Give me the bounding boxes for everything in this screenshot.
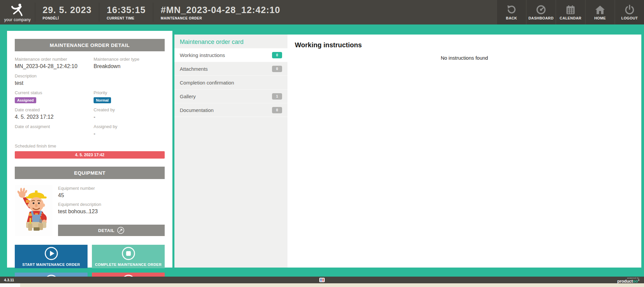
bottom-strip — [0, 283, 644, 287]
current-date: 29. 5. 2023 — [43, 5, 92, 15]
scheduled-finish-label: Scheduled finish time — [15, 144, 165, 149]
logout-icon — [625, 5, 635, 15]
maintenance-order-card: Maintenance order card Working instructi… — [174, 35, 641, 268]
main-content: MAINTENANCE ORDER DETAIL Maintenance ord… — [0, 24, 644, 277]
equipment-info: Equipment number 45 Equipment descriptio… — [58, 185, 165, 236]
maintenance-order-detail-panel: MAINTENANCE ORDER DETAIL Maintenance ord… — [7, 31, 172, 268]
logout-label: LOGOUT — [621, 16, 638, 20]
field-label: Maintenance order number — [15, 57, 87, 62]
field-value: Breakdown — [94, 63, 165, 69]
content-title: Working instructions — [295, 41, 634, 49]
current-time: 16:35:15 — [107, 5, 146, 15]
back-label: BACK — [506, 16, 517, 20]
tab-label: Completion confirmation — [180, 80, 234, 85]
tab-label: Gallery — [180, 94, 196, 99]
tab-label: Working instructions — [180, 52, 225, 58]
field-label: Priority — [94, 90, 165, 95]
tab-attachments[interactable]: Attachments 0 — [174, 62, 287, 76]
scheduled-finish-bar: 4. 5. 2023 17:42 — [15, 151, 165, 159]
field-value: - — [94, 114, 165, 120]
tab-count-badge: 0 — [272, 66, 282, 72]
detail-section-header: MAINTENANCE ORDER DETAIL — [15, 39, 165, 51]
order-number-label: MAINTENANCE ORDER — [161, 16, 490, 20]
tab-count-badge: 0 — [272, 107, 282, 113]
field-value: 4. 5. 2023 17:12 — [15, 114, 87, 120]
field-label: Assigned by — [94, 124, 165, 129]
company-logo-label: your company — [4, 17, 31, 22]
logout-button[interactable]: LOGOUT — [615, 0, 644, 24]
field-description: Description test — [15, 73, 165, 86]
tab-count-badge: 0 — [272, 52, 282, 58]
field-value: - — [94, 131, 165, 137]
field-priority: Priority Normal — [94, 90, 165, 103]
tab-gallery[interactable]: Gallery 1 — [174, 90, 287, 103]
priority-badge: Normal — [94, 97, 111, 103]
back-button[interactable]: BACK — [497, 0, 526, 24]
tab-working-instructions[interactable]: Working instructions 0 — [174, 48, 287, 62]
time-block: 16:35:15 CURRENT TIME — [99, 0, 153, 24]
field-label: Created by — [94, 107, 165, 112]
tab-label: Attachments — [180, 66, 208, 72]
field-order-number: Maintenance order number MN_2023-04-28_1… — [15, 57, 87, 69]
field-current-status: Current status Assigned — [15, 90, 87, 103]
field-created-by: Created by - — [94, 107, 165, 120]
tab-completion-confirmation[interactable]: Completion confirmation — [174, 76, 287, 90]
equipment-block: Equipment number 45 Equipment descriptio… — [15, 185, 165, 236]
action-label: COMPLETE MAINTENANCE ORDER — [95, 263, 162, 267]
order-card-tabs: Maintenance order card Working instructi… — [174, 35, 287, 268]
equipment-number-label: Equipment number — [58, 186, 165, 191]
field-label: Current status — [15, 90, 87, 95]
field-date-created: Date created 4. 5. 2023 17:12 — [15, 107, 87, 120]
grid-toggle-icon[interactable] — [319, 278, 325, 282]
field-assigned-by: Assigned by - — [94, 124, 165, 137]
company-logo[interactable]: your company — [0, 0, 35, 24]
detail-fields: Maintenance order number MN_2023-04-28_1… — [15, 51, 165, 142]
dashboard-button[interactable]: DASHBOARD — [527, 0, 555, 24]
play-icon — [44, 246, 58, 261]
calendar-icon — [566, 5, 576, 15]
field-date-of-assignment: Date of assigment — [15, 124, 87, 137]
order-number: #MN_2023-04-28_12:42:10 — [161, 5, 490, 15]
home-label: HOME — [594, 16, 606, 20]
equipment-section-header: EQUIPMENT — [15, 167, 165, 179]
company-logo-icon — [10, 3, 25, 17]
app-version: 4.3.11 — [4, 278, 14, 282]
field-label: Description — [15, 73, 165, 78]
field-value: MN_2023-04-28_12:42:10 — [15, 63, 87, 69]
calendar-label: CALENDAR — [560, 16, 582, 20]
empty-state-message: No instructions found — [295, 55, 634, 61]
productoo-logo: powered by productoo® — [617, 277, 639, 283]
home-button[interactable]: HOME — [586, 0, 614, 24]
field-order-type: Maintenance order type Breakdown — [94, 57, 165, 69]
bottom-strip-left — [0, 283, 20, 287]
dashboard-icon — [536, 5, 546, 15]
current-day: PONDĚLÍ — [43, 16, 92, 20]
order-block: #MN_2023-04-28_12:42:10 MAINTENANCE ORDE… — [153, 0, 497, 24]
field-label: Maintenance order type — [94, 57, 165, 62]
stop-icon — [121, 246, 136, 261]
top-bar: your company 29. 5. 2023 PONDĚLÍ 16:35:1… — [0, 0, 644, 24]
field-value: test — [15, 80, 165, 86]
dashboard-label: DASHBOARD — [528, 16, 553, 20]
start-maintenance-order-button[interactable]: START MAINTENANCE ORDER — [15, 245, 88, 268]
status-bar: 4.3.11 powered by productoo® — [0, 277, 644, 283]
back-icon — [506, 5, 517, 15]
equipment-detail-button[interactable]: DETAIL — [58, 225, 165, 236]
top-navigation: BACK DASHBOARD CALENDAR — [497, 0, 644, 24]
tab-label: Documentation — [180, 107, 214, 113]
field-label: Date of assigment — [15, 124, 87, 129]
equipment-description: test bohous..123 — [58, 209, 165, 215]
status-badge: Assigned — [15, 97, 36, 103]
date-block: 29. 5. 2023 PONDĚLÍ — [35, 0, 99, 24]
equipment-number: 45 — [58, 192, 165, 198]
home-icon — [595, 5, 605, 15]
complete-maintenance-order-button[interactable]: COMPLETE MAINTENANCE ORDER — [92, 245, 165, 268]
equipment-photo — [15, 185, 53, 236]
brand-wordmark: productoo® — [617, 279, 639, 283]
calendar-button[interactable]: CALENDAR — [556, 0, 585, 24]
current-time-label: CURRENT TIME — [107, 16, 146, 20]
tab-count-badge: 1 — [272, 93, 282, 100]
field-label: Date created — [15, 107, 87, 112]
tab-documentation[interactable]: Documentation 0 — [174, 103, 287, 117]
tab-content-panel: Working instructions No instructions fou… — [287, 35, 641, 268]
